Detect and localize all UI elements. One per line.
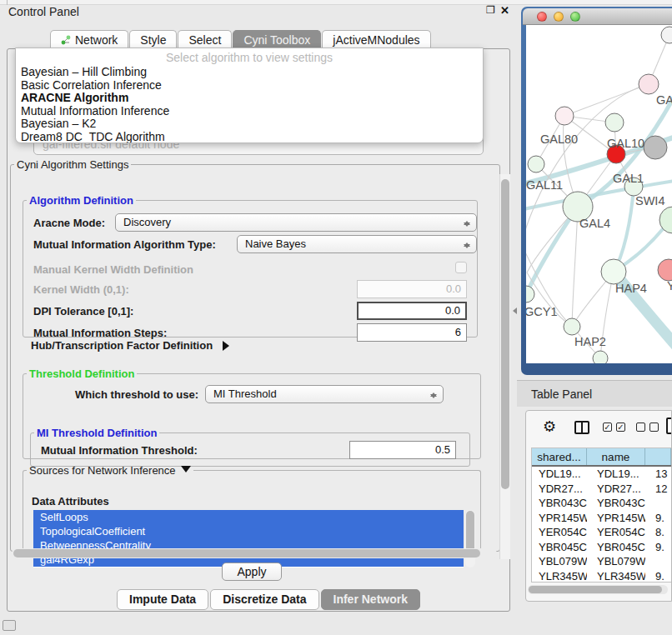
sources-title: Sources for Network Inference (27, 464, 193, 477)
tab-select[interactable]: Select (178, 30, 232, 49)
node-label: GAL80 (540, 132, 578, 146)
node-hap4[interactable] (601, 259, 626, 284)
node-gal10[interactable] (605, 113, 624, 132)
table-horizontal-scrollbar[interactable] (528, 585, 668, 594)
manual-kernel-checkbox[interactable] (455, 262, 467, 273)
node-label: GCY1 (526, 305, 558, 318)
settings-vertical-scrollbar[interactable] (499, 174, 510, 559)
close-window-icon[interactable] (537, 12, 547, 22)
aracne-mode-combo[interactable]: Discovery (115, 213, 477, 232)
kernel-width-field[interactable]: 0.0 (357, 280, 467, 298)
data-attributes-list: SelfLoops TopologicalCoefficient Between… (33, 510, 464, 568)
network-view-window: GAL80 GAL10 GAL1 GAL11 GAL4 SWI4 GCY1 HA… (521, 7, 672, 375)
node-gal80[interactable] (555, 107, 574, 125)
table-panel-window: ⚙ ✓ ✓ shared... name YDL19...YDL19...13 … (525, 410, 672, 602)
which-threshold-combo[interactable]: MI Threshold (205, 385, 444, 403)
apply-button[interactable]: Apply (222, 562, 282, 581)
node-label: SWI4 (635, 194, 664, 208)
node-label: GAL4 (579, 217, 610, 230)
checked-checkbox-icon[interactable]: ✓ (603, 422, 612, 432)
expander-right-arrow-icon (223, 341, 229, 351)
gear-icon[interactable]: ⚙ (543, 418, 556, 436)
column-header-name[interactable]: name (587, 448, 645, 465)
mi-steps-field[interactable]: 6 (357, 323, 467, 342)
hub-definition-expander[interactable]: Hub/Transcription Factor Definition (31, 339, 229, 352)
document-icon[interactable] (666, 418, 672, 434)
table-row[interactable]: YDL19...YDL19...13 (532, 467, 671, 482)
node-gal11[interactable] (528, 156, 544, 172)
table-row[interactable]: YBR043CYBR043C (532, 496, 671, 511)
float-panel-icon[interactable]: ❐ (486, 4, 495, 16)
mi-threshold-label: Mutual Information Threshold: (41, 444, 198, 457)
expander-down-arrow-icon[interactable] (181, 466, 191, 472)
attribute-item-selected[interactable]: SelfLoops (33, 510, 464, 524)
algorithm-option-selected[interactable]: ARACNE Algorithm (16, 92, 483, 105)
network-window-titlebar[interactable] (523, 8, 672, 25)
network-canvas[interactable]: GAL80 GAL10 GAL1 GAL11 GAL4 SWI4 GCY1 HA… (526, 25, 672, 363)
node-unlabeled-bottom[interactable] (593, 351, 608, 363)
table-header-row: shared... name (532, 448, 671, 467)
minimize-window-icon[interactable] (554, 12, 564, 22)
mi-threshold-definition-title: MI Threshold Definition (34, 427, 159, 439)
aracne-mode-label: Aracne Mode: (33, 217, 105, 229)
node-gray[interactable] (644, 136, 667, 159)
close-panel-icon[interactable]: ✕ (500, 4, 509, 17)
zoom-window-icon[interactable] (570, 12, 580, 22)
mi-algorithm-type-combo[interactable]: Naive Bayes (237, 235, 477, 253)
node-hap2[interactable] (564, 318, 580, 335)
node-salmon[interactable] (658, 259, 672, 281)
control-panel-title: Control Panel (8, 5, 79, 18)
tab-impute-data[interactable]: Impute Data (117, 589, 208, 610)
algorithm-definition-group: Algorithm Definition Aracne Mode: Discov… (23, 194, 478, 338)
dpi-tolerance-label: DPI Tolerance [0,1]: (33, 305, 133, 318)
algorithm-option[interactable]: Mutual Information Inference (16, 105, 483, 118)
sources-group: Sources for Network Inference Data Attri… (23, 464, 481, 558)
tab-discretize-data[interactable]: Discretize Data (210, 589, 318, 610)
table-panel-titlebar: Table Panel (517, 380, 672, 407)
algorithm-option[interactable]: Bayesian – Hill Climbing (16, 66, 483, 79)
column-header-shared-name[interactable]: shared... (532, 448, 587, 465)
node-label: GAL1 (613, 172, 644, 185)
minimized-panel-icon[interactable] (3, 620, 16, 631)
mi-threshold-field[interactable]: 0.5 (349, 441, 456, 459)
split-columns-icon[interactable] (574, 421, 589, 434)
table-row[interactable]: YER054CYER054C8. (532, 525, 671, 540)
node-label: HAP2 (574, 335, 606, 348)
control-panel-titlebar: Control Panel ❐ ✕ (0, 0, 517, 22)
table-row[interactable]: YLR345WYLR345W9. (532, 569, 671, 583)
checked-checkbox-icon[interactable]: ✓ (616, 422, 625, 432)
tab-network[interactable]: Network (50, 30, 128, 49)
table-row[interactable]: YBL079WYBL079W (532, 554, 671, 569)
table-row[interactable]: YBR045CYBR045C9. (532, 540, 671, 555)
data-attributes-label: Data Attributes (32, 495, 109, 508)
column-header-clipped[interactable] (645, 448, 671, 465)
attribute-list-scrollbar[interactable] (465, 510, 475, 568)
tab-cyni-toolbox[interactable]: Cyni Toolbox (233, 30, 321, 49)
algorithm-option[interactable]: Bayesian – K2 (16, 118, 483, 131)
control-panel-tabbar: NetworkStyleSelectCyni ToolboxjActiveMNo… (50, 30, 484, 49)
tab-jactivemnodules[interactable]: jActiveMNodules (322, 30, 430, 49)
node-gcy1[interactable] (526, 286, 534, 302)
mi-threshold-definition-group: MI Threshold Definition Mutual Informati… (30, 427, 470, 467)
node-unlabeled-top[interactable] (661, 27, 672, 43)
algorithm-option[interactable]: Basic Correlation Inference (16, 79, 483, 92)
table-row[interactable]: YPR145WYPR145W9. (532, 511, 671, 526)
panel-splitter-handle[interactable] (509, 303, 515, 318)
unchecked-checkbox-icon[interactable] (649, 422, 659, 432)
node-label: HAP4 (615, 282, 647, 295)
node-gal-pink[interactable] (639, 74, 659, 94)
algorithm-dropdown-placeholder: Select algorithm to view settings (16, 48, 483, 66)
attribute-item-selected[interactable]: TopologicalCoefficient (33, 524, 464, 538)
settings-group-title: Cyni Algorithm Settings (14, 158, 131, 171)
node-label: GAL10 (607, 137, 644, 150)
unchecked-checkbox-icon[interactable] (636, 422, 645, 432)
node-table: shared... name YDL19...YDL19...13 YDR27.… (531, 448, 671, 582)
algorithm-definition-title: Algorithm Definition (27, 194, 136, 207)
table-row[interactable]: YDR27...YDR27...12 (532, 482, 671, 497)
table-toolbar: ⚙ ✓ ✓ (526, 411, 671, 448)
dpi-tolerance-field[interactable]: 0.0 (357, 302, 467, 320)
tab-infer-network[interactable]: Infer Network (321, 589, 420, 610)
algorithm-option[interactable]: Dream8 DC_TDC Algorithm (16, 131, 483, 144)
tab-style[interactable]: Style (129, 30, 177, 49)
settings-horizontal-scrollbar[interactable] (12, 548, 497, 558)
